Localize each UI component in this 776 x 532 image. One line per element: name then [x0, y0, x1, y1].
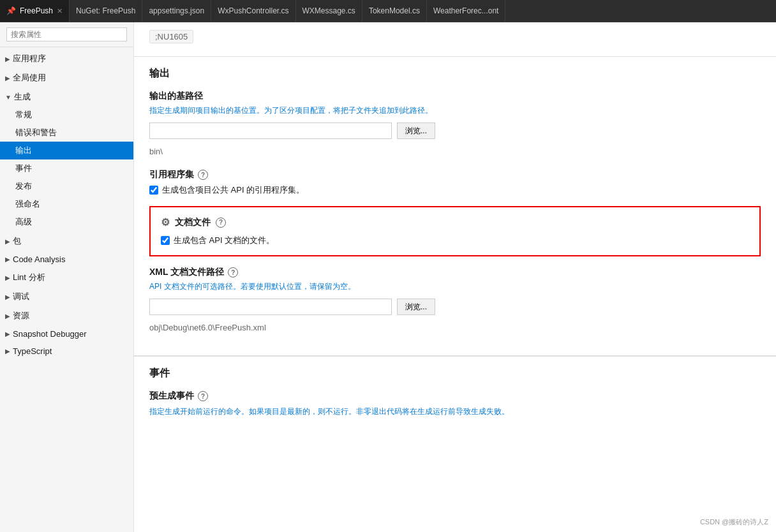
search-input[interactable]	[6, 27, 127, 41]
tab-tokenmodel[interactable]: TokenModel.cs	[362, 0, 427, 22]
xml-field-row: 浏览...	[149, 299, 761, 315]
event-section: 事件 预生成事件 ? 指定生成开始前运行的命令。如果项目是最新的，则不运行。非零…	[134, 356, 776, 434]
nu1605-value: ;NU1605	[149, 30, 193, 43]
event-title: 事件	[149, 367, 761, 380]
nav-group-debug: ▶ 调试	[0, 288, 133, 306]
search-box[interactable]	[0, 22, 133, 47]
sidebar-item-codeanalysis-label: Code Analysis	[13, 255, 65, 264]
sidebar-item-package[interactable]: ▶ 包	[0, 232, 133, 250]
sidebar-item-resources-label: 资源	[13, 310, 29, 321]
tab-wxmessage[interactable]: WXMessage.cs	[296, 0, 362, 22]
sidebar-nav: ▶ 应用程序 ▶ 全局使用 ▼ 生成 常规	[0, 47, 133, 532]
tab-nuget[interactable]: NuGet: FreePush	[70, 0, 142, 22]
nav-group-global: ▶ 全局使用	[0, 69, 133, 87]
sidebar-item-package-label: 包	[13, 235, 21, 247]
tab-weather[interactable]: WeatherForec...ont	[427, 0, 506, 22]
assembly-subsection: 引用程序集 ? 生成包含项目公共 API 的引用程序集。	[149, 169, 761, 196]
sidebar-item-build[interactable]: ▼ 生成	[0, 88, 133, 106]
assembly-label-row: 引用程序集 ?	[149, 169, 761, 181]
sidebar-item-output-label: 输出	[15, 145, 32, 155]
sidebar-item-snapshot-label: Snapshot Debugger	[13, 329, 87, 339]
sidebar-item-debug[interactable]: ▶ 调试	[0, 288, 133, 306]
sidebar-item-events[interactable]: 事件	[0, 159, 133, 177]
sidebar-item-output[interactable]: 输出	[0, 142, 133, 159]
arrow-icon-debug: ▶	[5, 293, 10, 300]
tab-appsettings[interactable]: appsettings.json	[142, 0, 211, 22]
arrow-icon-typescript: ▶	[5, 348, 10, 355]
base-path-browse-button[interactable]: 浏览...	[397, 122, 435, 139]
tab-bar: 📌 FreePush ✕ NuGet: FreePush appsettings…	[0, 0, 776, 22]
sidebar: ▶ 应用程序 ▶ 全局使用 ▼ 生成 常规	[0, 22, 134, 532]
xml-static-value: obj\Debug\net6.0\FreePush.xml	[149, 320, 761, 335]
pre-build-label: 预生成事件	[149, 390, 194, 402]
sidebar-item-snapshot[interactable]: ▶ Snapshot Debugger	[0, 326, 133, 342]
xml-header: XML 文档文件路径 ?	[149, 267, 761, 278]
nav-group-codeanalysis: ▶ Code Analysis	[0, 251, 133, 267]
sidebar-item-general[interactable]: 常规	[0, 106, 133, 124]
assembly-label: 引用程序集	[149, 169, 194, 181]
sidebar-item-app[interactable]: ▶ 应用程序	[0, 50, 133, 68]
tab-wxpush[interactable]: WxPushController.cs	[211, 0, 295, 22]
pre-build-desc: 指定生成开始前运行的命令。如果项目是最新的，则不运行。非零退出代码将在生成运行前…	[149, 406, 761, 417]
bin-value: bin\	[149, 144, 761, 159]
assembly-help-icon[interactable]: ?	[198, 170, 208, 180]
tab-freepush[interactable]: 📌 FreePush ✕	[0, 0, 70, 22]
base-path-input[interactable]	[149, 122, 392, 139]
arrow-icon-snapshot: ▶	[5, 330, 10, 337]
nav-group-resources: ▶ 资源	[0, 307, 133, 325]
base-path-subsection: 输出的基路径 指定生成期间项目输出的基位置。为了区分项目配置，将把子文件夹追加到…	[149, 91, 761, 159]
sidebar-item-errors[interactable]: 错误和警告	[0, 124, 133, 142]
sidebar-item-codeanalysis[interactable]: ▶ Code Analysis	[0, 251, 133, 267]
sidebar-item-global-label: 全局使用	[13, 72, 46, 84]
sidebar-item-strongname[interactable]: 强命名	[0, 195, 133, 213]
output-title: 输出	[149, 67, 761, 80]
gear-icon: ⚙	[161, 216, 170, 228]
sidebar-item-advanced[interactable]: 高级	[0, 213, 133, 231]
sidebar-item-resources[interactable]: ▶ 资源	[0, 307, 133, 325]
sidebar-item-typescript-label: TypeScript	[13, 346, 52, 356]
xml-desc: API 文档文件的可选路径。若要使用默认位置，请保留为空。	[149, 281, 761, 292]
sidebar-item-advanced-label: 高级	[15, 217, 32, 226]
arrow-icon-codeanalysis: ▶	[5, 256, 10, 263]
arrow-icon-build: ▼	[5, 94, 11, 101]
nu1605-row: ;NU1605	[149, 30, 761, 43]
assembly-checkbox-row: 生成包含项目公共 API 的引用程序集。	[149, 184, 761, 196]
pre-build-label-row: 预生成事件 ?	[149, 390, 761, 402]
sidebar-item-publish[interactable]: 发布	[0, 177, 133, 195]
tab-nuget-label: NuGet: FreePush	[76, 6, 135, 15]
tab-weather-label: WeatherForec...ont	[433, 6, 499, 15]
watermark: CSDN @搬砖的诗人Z	[700, 517, 768, 527]
sidebar-item-typescript[interactable]: ▶ TypeScript	[0, 343, 133, 359]
xml-browse-button[interactable]: 浏览...	[397, 299, 435, 315]
assembly-checkbox[interactable]	[149, 186, 158, 195]
tab-appsettings-label: appsettings.json	[149, 6, 204, 15]
sidebar-item-global[interactable]: ▶ 全局使用	[0, 69, 133, 87]
nav-group-build: ▼ 生成 常规 错误和警告 输出 事件 发布	[0, 88, 133, 231]
sidebar-item-app-label: 应用程序	[13, 53, 46, 64]
sidebar-item-lint[interactable]: ▶ Lint 分析	[0, 269, 133, 286]
nav-group-package: ▶ 包	[0, 232, 133, 250]
sidebar-item-strongname-label: 强命名	[15, 199, 40, 209]
xml-path-input[interactable]	[149, 299, 392, 315]
pre-build-help-icon[interactable]: ?	[198, 391, 208, 401]
arrow-icon-global: ▶	[5, 75, 10, 82]
nav-group-typescript: ▶ TypeScript	[0, 343, 133, 359]
arrow-icon-resources: ▶	[5, 313, 10, 320]
tab-wxmessage-label: WXMessage.cs	[302, 6, 355, 15]
tab-freepush-label: FreePush	[20, 6, 53, 15]
sidebar-item-publish-label: 发布	[15, 181, 32, 191]
main-container: ▶ 应用程序 ▶ 全局使用 ▼ 生成 常规	[0, 22, 776, 532]
sidebar-item-lint-label: Lint 分析	[13, 272, 45, 283]
doc-file-help-icon[interactable]: ?	[216, 218, 226, 228]
nav-group-snapshot: ▶ Snapshot Debugger	[0, 326, 133, 342]
arrow-icon-app: ▶	[5, 55, 10, 63]
sidebar-item-general-label: 常规	[15, 110, 32, 119]
doc-file-checkbox-row: 生成包含 API 文档的文件。	[161, 235, 749, 246]
doc-file-section: ⚙ 文档文件 ? 生成包含 API 文档的文件。	[149, 206, 761, 256]
close-tab-freepush[interactable]: ✕	[57, 7, 63, 15]
doc-file-checkbox[interactable]	[161, 236, 170, 245]
doc-file-title: 文档文件	[175, 217, 211, 228]
arrow-icon-lint: ▶	[5, 274, 10, 281]
xml-help-icon[interactable]: ?	[228, 267, 238, 277]
nu1605-section: ;NU1605	[134, 22, 776, 56]
